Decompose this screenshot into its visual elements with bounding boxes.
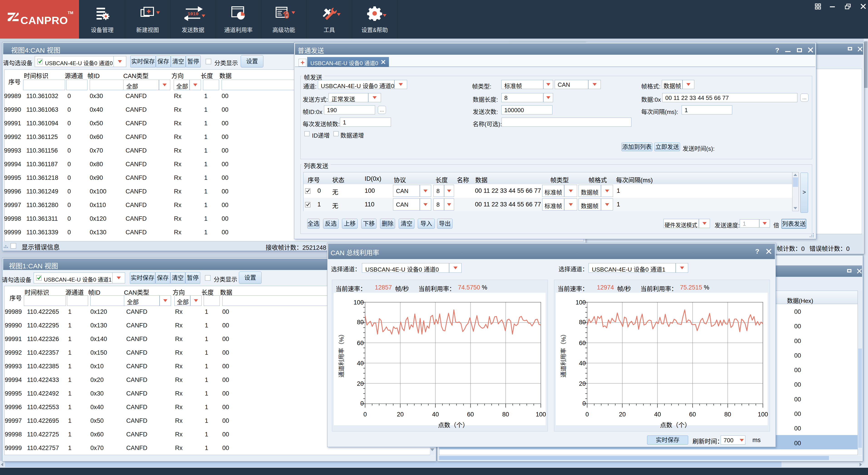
svg-text:通道利用率（%）: 通道利用率（%） [560,331,567,377]
svg-text:TM: TM [68,11,73,15]
svg-text:CANPRO: CANPRO [21,14,68,26]
svg-text:通道利用率（%）: 通道利用率（%） [338,331,345,377]
svg-text:1010: 1010 [188,11,198,17]
